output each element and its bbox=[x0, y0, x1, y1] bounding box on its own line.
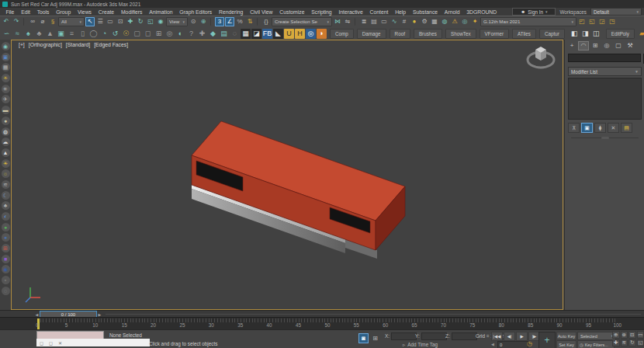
script-button[interactable]: ATiles bbox=[512, 29, 536, 39]
viewport[interactable]: [+][Orthographic][Standard][Edged Faces] bbox=[11, 40, 563, 310]
photo-preset-icon[interactable]: ▣ bbox=[2, 53, 10, 61]
bitmap-a-icon[interactable]: ▦ bbox=[241, 29, 251, 39]
x-coordinate-field[interactable] bbox=[391, 332, 417, 340]
render-setup-icon[interactable]: ⚙ bbox=[420, 17, 429, 26]
cone-preset-icon[interactable]: ▲ bbox=[2, 148, 10, 157]
gizmo-icon[interactable]: ✚ bbox=[197, 29, 207, 39]
auto-key-button[interactable]: Auto Key bbox=[556, 332, 576, 340]
layout-c-icon[interactable]: ◫ bbox=[591, 29, 601, 39]
object-name-field[interactable] bbox=[568, 54, 641, 62]
select-and-link-icon[interactable]: ∞ bbox=[28, 17, 37, 26]
script-icon[interactable]: ▤ bbox=[219, 29, 229, 39]
terrain-icon[interactable]: ▣ bbox=[56, 29, 66, 39]
menu-item[interactable]: Animation bbox=[146, 9, 176, 15]
h-tool-icon[interactable]: H bbox=[295, 29, 305, 39]
menu-item[interactable]: Views bbox=[74, 9, 95, 15]
zoom-region-icon[interactable]: ▭ bbox=[637, 331, 644, 339]
globe-preset-icon[interactable]: ◐ bbox=[2, 212, 10, 221]
maximize-viewport-icon[interactable]: ◱ bbox=[637, 339, 644, 347]
isolate-selection-toggle[interactable]: ◙ bbox=[358, 333, 369, 343]
window-crossing-icon[interactable]: ⊡ bbox=[116, 17, 125, 26]
select-and-place-icon[interactable]: ◉ bbox=[156, 17, 165, 26]
sun-preset-icon[interactable]: ☀ bbox=[2, 159, 10, 168]
orbit-icon[interactable]: ↻ bbox=[628, 339, 636, 347]
bulb-preset-icon[interactable]: ☀ bbox=[2, 74, 10, 82]
viewport-canvas[interactable] bbox=[12, 40, 563, 309]
current-frame-field[interactable] bbox=[497, 341, 528, 348]
make-unique-button[interactable]: ⧫ bbox=[594, 123, 606, 133]
disc-preset-icon[interactable]: ● bbox=[2, 117, 10, 125]
script-button[interactable]: Brushes bbox=[414, 29, 442, 39]
window-icon[interactable]: ◻ bbox=[143, 29, 153, 39]
menu-item[interactable]: Interactive bbox=[335, 9, 366, 15]
z-coordinate-field[interactable] bbox=[452, 332, 477, 340]
menu-item[interactable]: Modifiers bbox=[118, 9, 146, 15]
sunset-preset-icon[interactable]: ☼ bbox=[2, 169, 10, 178]
reference-coordinate-dropdown[interactable]: View bbox=[166, 17, 188, 26]
separator[interactable] bbox=[23, 18, 26, 26]
menu-item[interactable]: Civil View bbox=[247, 9, 276, 15]
window-preset-icon[interactable]: ▦ bbox=[2, 63, 10, 71]
go-to-start-button[interactable]: |◀◀ bbox=[491, 332, 503, 341]
viewcube[interactable] bbox=[528, 47, 554, 68]
tree-icon[interactable]: ♠ bbox=[23, 29, 33, 39]
percent-snap-icon[interactable]: % bbox=[235, 17, 244, 26]
capsule-icon[interactable]: ▯ bbox=[78, 29, 88, 39]
plane-preset-icon[interactable]: ✈ bbox=[2, 95, 10, 103]
paint-bucket-icon[interactable]: ◆ bbox=[208, 29, 218, 39]
tab-utilities[interactable]: ⚒ bbox=[625, 41, 635, 50]
redo-icon[interactable]: ↷ bbox=[12, 17, 21, 26]
state-set-b-icon[interactable]: ◱ bbox=[587, 17, 597, 26]
select-and-scale-icon[interactable]: ◱ bbox=[146, 17, 155, 26]
render-warning-icon[interactable]: ⚠ bbox=[450, 17, 459, 26]
layout-a-icon[interactable]: ◧ bbox=[570, 29, 580, 39]
menu-item[interactable]: Help bbox=[392, 9, 410, 15]
session-folder-icon[interactable]: ▰ bbox=[637, 29, 644, 39]
info-icon[interactable]: ◌ bbox=[230, 29, 240, 39]
green-ball-icon[interactable]: ● bbox=[2, 223, 10, 231]
script-button[interactable]: Comp bbox=[330, 29, 354, 39]
magic-wand-icon[interactable]: ✦ bbox=[470, 17, 480, 26]
menu-item[interactable]: Create bbox=[95, 9, 117, 15]
menu-item[interactable]: Tools bbox=[33, 9, 53, 15]
menu-item[interactable]: Rendering bbox=[216, 9, 247, 15]
mirror-icon[interactable]: ⋈ bbox=[333, 17, 342, 26]
grid-icon[interactable]: ⊞ bbox=[154, 29, 164, 39]
ring-icon[interactable]: ◯ bbox=[88, 29, 99, 39]
u-tool-icon[interactable]: U bbox=[284, 29, 294, 39]
select-and-manipulate-icon[interactable]: ⊕ bbox=[199, 17, 208, 26]
time-slider-track[interactable] bbox=[106, 314, 641, 315]
layout-b-icon[interactable]: ◨ bbox=[580, 29, 590, 39]
help-icon[interactable]: ? bbox=[186, 29, 196, 39]
snow-preset-icon[interactable]: ✳ bbox=[2, 85, 10, 93]
scene-explorer-icon[interactable]: ≣ bbox=[359, 17, 369, 26]
separator[interactable] bbox=[257, 18, 259, 26]
moon-preset-icon[interactable]: ☾ bbox=[2, 191, 10, 200]
bind-to-spacewarp-icon[interactable]: § bbox=[48, 17, 57, 26]
viewport-label-menu[interactable]: [+] bbox=[19, 42, 25, 47]
target-icon[interactable]: ◎ bbox=[164, 29, 175, 39]
separator[interactable] bbox=[355, 18, 357, 26]
state-set-d-icon[interactable]: ◳ bbox=[608, 17, 617, 26]
frame-decrement-icon[interactable]: ◀ bbox=[491, 341, 497, 348]
viewport-label-menu[interactable]: [Edged Faces] bbox=[94, 42, 128, 47]
rollout-divider[interactable] bbox=[571, 137, 639, 138]
select-and-rotate-icon[interactable]: ↻ bbox=[136, 17, 145, 26]
menu-item[interactable]: Group bbox=[53, 9, 74, 15]
blue-ball-icon[interactable]: ● bbox=[2, 233, 10, 242]
use-pivot-point-center-icon[interactable]: ⊙ bbox=[189, 17, 198, 26]
viewport-label-menu[interactable]: [Standard] bbox=[66, 42, 90, 47]
wedge-icon[interactable]: ◗ bbox=[317, 29, 327, 39]
maxscript-mini-listener[interactable]: ◻◻✕ bbox=[36, 339, 150, 346]
select-by-name-icon[interactable]: ☰ bbox=[95, 17, 105, 26]
tab-create[interactable]: + bbox=[566, 41, 577, 50]
undo-icon[interactable]: ↶ bbox=[2, 17, 11, 26]
set-keys-button[interactable]: + bbox=[538, 332, 556, 348]
menu-item[interactable]: Arnold bbox=[441, 9, 462, 15]
quad-color-icon[interactable]: ⊞ bbox=[2, 244, 10, 252]
named-selection-sets-dropdown[interactable]: Create Selection Se bbox=[272, 17, 332, 26]
bird-icon[interactable]: ∽ bbox=[2, 29, 12, 39]
menu-item[interactable]: File bbox=[2, 9, 18, 15]
dark-dot-icon[interactable]: ◉ bbox=[2, 265, 10, 273]
render-production-icon[interactable]: ◍ bbox=[440, 17, 449, 26]
